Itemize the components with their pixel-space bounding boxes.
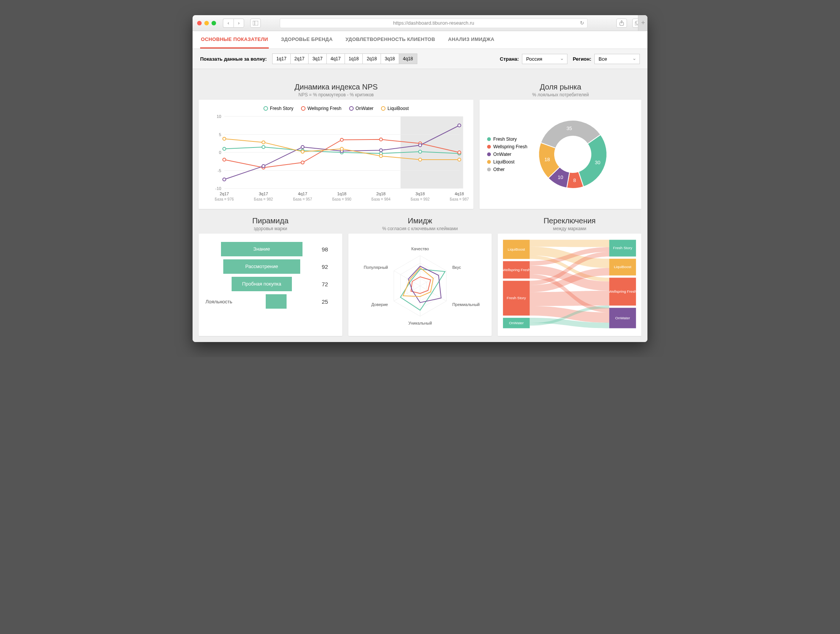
- svg-point-27: [340, 138, 343, 141]
- wave-buttons: 1q17 2q17 3q17 4q17 1q18 2q18 3q18 4q18: [272, 54, 417, 64]
- svg-point-35: [379, 149, 382, 152]
- new-tab-button[interactable]: +: [638, 15, 647, 31]
- svg-point-24: [223, 158, 226, 161]
- sidebar-toggle-icon[interactable]: [250, 19, 261, 28]
- country-label: Страна:: [500, 56, 519, 62]
- wave-1q18[interactable]: 1q18: [344, 54, 363, 64]
- svg-point-33: [301, 145, 304, 149]
- svg-point-40: [301, 150, 304, 153]
- svg-text:LiquiBoost: LiquiBoost: [508, 247, 525, 251]
- svg-text:База = 992: База = 992: [411, 197, 430, 201]
- svg-text:10: 10: [216, 114, 221, 119]
- svg-rect-0: [253, 21, 258, 25]
- svg-text:База = 957: База = 957: [293, 197, 313, 201]
- tab-main-indicators[interactable]: ОСНОВНЫЕ ПОКАЗАТЕЛИ: [200, 31, 269, 49]
- svg-text:0: 0: [219, 150, 221, 155]
- svg-text:8: 8: [573, 177, 576, 183]
- radar-card: КачествоВкусПремиальныйУникальныйДоверие…: [348, 234, 492, 336]
- region-label: Регион:: [573, 56, 591, 62]
- close-icon[interactable]: [197, 21, 202, 25]
- svg-text:Fresh Story: Fresh Story: [507, 296, 526, 300]
- share-icon[interactable]: [616, 19, 627, 28]
- tab-satisfaction[interactable]: УДОВЛЕТВОРЕННОСТЬ КЛИЕНТОВ: [345, 31, 436, 49]
- svg-text:1q18: 1q18: [337, 191, 346, 196]
- svg-point-39: [262, 141, 265, 144]
- url-text: https://dashboard.tiburon-research.ru: [393, 20, 474, 26]
- reload-icon[interactable]: ↻: [580, 20, 584, 26]
- market-share-card: Fresh Story Wellspring Fresh OnWater Liq…: [480, 100, 641, 209]
- market-title: Доля рынка: [480, 83, 641, 92]
- wave-1q17[interactable]: 1q17: [272, 54, 291, 64]
- svg-text:LiquiBoost: LiquiBoost: [614, 265, 632, 269]
- svg-text:Wellspring Fresh: Wellspring Fresh: [503, 268, 530, 272]
- nps-title: Динамика индекса NPS: [199, 83, 474, 92]
- svg-text:База = 987: База = 987: [450, 197, 469, 201]
- svg-text:35: 35: [567, 125, 572, 131]
- image-subtitle: % согласия с ключевыми клеймами: [348, 226, 492, 231]
- svg-text:30: 30: [595, 160, 600, 165]
- back-button[interactable]: ‹: [223, 19, 234, 28]
- minimize-icon[interactable]: [204, 21, 209, 25]
- wave-4q18[interactable]: 4q18: [399, 54, 417, 64]
- tab-brand-health[interactable]: ЗДОРОВЬЕ БРЕНДА: [280, 31, 333, 49]
- svg-text:Wellspring Fresh: Wellspring Fresh: [609, 289, 636, 294]
- svg-point-22: [418, 150, 422, 153]
- switch-subtitle: между марками: [498, 226, 641, 231]
- pyramid-title: Пирамида: [199, 217, 342, 225]
- svg-text:База = 990: База = 990: [332, 197, 352, 201]
- svg-text:5: 5: [219, 132, 221, 137]
- svg-point-38: [223, 137, 226, 140]
- svg-point-41: [340, 147, 343, 150]
- filter-bar: Показать данные за волну: 1q17 2q17 3q17…: [193, 49, 647, 69]
- svg-text:Качество: Качество: [411, 247, 429, 251]
- svg-point-42: [379, 155, 382, 158]
- svg-point-43: [418, 158, 422, 161]
- region-select[interactable]: Все: [594, 54, 640, 64]
- svg-point-30: [458, 151, 461, 154]
- svg-text:База = 984: База = 984: [371, 197, 391, 201]
- svg-text:3q18: 3q18: [415, 191, 425, 196]
- maximize-icon[interactable]: [212, 21, 216, 25]
- wave-3q18[interactable]: 3q18: [381, 54, 399, 64]
- svg-point-17: [223, 147, 226, 150]
- url-bar[interactable]: https://dashboard.tiburon-research.ru ↻: [280, 18, 587, 28]
- sankey-chart: LiquiBoostWellspring FreshFresh StoryOnW…: [501, 237, 638, 331]
- traffic-lights: [197, 21, 216, 25]
- wave-filter-label: Показать данные за волну:: [200, 56, 267, 62]
- svg-text:-10: -10: [215, 186, 221, 191]
- forward-button[interactable]: ›: [234, 19, 244, 28]
- svg-text:Премиальный: Премиальный: [452, 302, 480, 307]
- tab-image-analysis[interactable]: АНАЛИЗ ИМИДЖА: [447, 31, 495, 49]
- svg-point-44: [458, 158, 461, 161]
- svg-text:2q17: 2q17: [219, 191, 229, 196]
- svg-point-26: [301, 161, 304, 164]
- wave-2q18[interactable]: 2q18: [362, 54, 381, 64]
- svg-point-28: [379, 138, 382, 141]
- donut-legend: Fresh Story Wellspring Fresh OnWater Liq…: [487, 136, 527, 172]
- svg-text:Доверие: Доверие: [371, 302, 388, 307]
- svg-text:2q18: 2q18: [376, 191, 385, 196]
- nav-buttons: ‹ ›: [223, 19, 244, 28]
- browser-window: ‹ › https://dashboard.tiburon-research.r…: [193, 15, 647, 342]
- wave-2q17[interactable]: 2q17: [291, 54, 309, 64]
- nps-subtitle: NPS = % промоутеров - % критиков: [199, 92, 474, 98]
- pyramid-card: Знание98Рассмотрение92Пробная покупка72Л…: [199, 234, 342, 336]
- wave-3q17[interactable]: 3q17: [308, 54, 327, 64]
- svg-point-32: [262, 164, 265, 168]
- funnel-chart: Знание98Рассмотрение92Пробная покупка72Л…: [202, 237, 339, 310]
- svg-text:-5: -5: [218, 168, 221, 173]
- svg-point-18: [262, 145, 265, 149]
- svg-text:4q18: 4q18: [455, 191, 464, 196]
- country-select[interactable]: Россия: [522, 54, 567, 64]
- radar-chart: КачествоВкусПремиальныйУникальныйДоверие…: [351, 237, 489, 331]
- sankey-card: LiquiBoostWellspring FreshFresh StoryOnW…: [498, 234, 641, 336]
- wave-4q17[interactable]: 4q17: [326, 54, 345, 64]
- svg-text:Fresh Story: Fresh Story: [613, 246, 633, 250]
- titlebar: ‹ › https://dashboard.tiburon-research.r…: [193, 15, 647, 31]
- svg-text:4q17: 4q17: [298, 191, 307, 196]
- main-tabs: ОСНОВНЫЕ ПОКАЗАТЕЛИ ЗДОРОВЬЕ БРЕНДА УДОВ…: [193, 31, 647, 49]
- svg-point-36: [418, 144, 422, 147]
- nps-legend: Fresh Story Wellspring Fresh OnWater Liq…: [202, 106, 470, 111]
- pyramid-subtitle: здоровья марки: [199, 226, 342, 231]
- svg-text:18: 18: [544, 157, 549, 162]
